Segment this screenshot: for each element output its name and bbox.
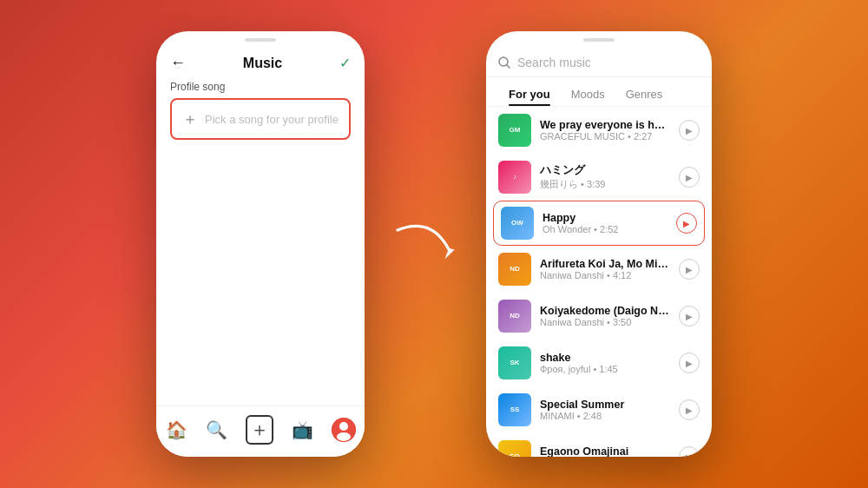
play-button[interactable]: ▶: [679, 167, 700, 188]
song-album-art: GM: [498, 114, 531, 147]
song-title: shake: [540, 352, 670, 364]
song-meta: MINAMI • 2:48: [540, 411, 670, 421]
song-meta: GRACEFUL MUSIC • 2:27: [540, 131, 670, 142]
song-meta: Naniwa Danshi • 4:12: [540, 270, 670, 280]
check-button[interactable]: ✓: [339, 55, 351, 71]
tab-genres[interactable]: Genres: [615, 82, 674, 106]
song-album-art: ND: [498, 300, 531, 333]
phone-right: Search music For you Moods Genres GMWe p…: [486, 31, 712, 457]
song-item[interactable]: SSSpecial SummerMINAMI • 2:48▶: [486, 386, 712, 433]
back-button[interactable]: ←: [170, 54, 186, 72]
phone-left: ← Music ✓ Profile song ＋ Pick a song for…: [156, 31, 365, 457]
svg-point-2: [337, 432, 351, 441]
song-info: Special SummerMINAMI • 2:48: [540, 399, 670, 421]
plus-icon: ＋: [182, 109, 198, 129]
song-item[interactable]: GMWe pray everyone is happy.GRACEFUL MUS…: [486, 107, 712, 154]
song-album-art: ♪: [498, 161, 531, 194]
song-info: We pray everyone is happy.GRACEFUL MUSIC…: [540, 119, 670, 142]
song-info: HappyOh Wonder • 2:52: [542, 212, 667, 234]
song-item[interactable]: NDArifureta Koi Ja, Mo MitasarenaiNaniwa…: [486, 246, 712, 293]
song-title: We pray everyone is happy.: [540, 119, 670, 131]
play-button[interactable]: ▶: [679, 120, 700, 141]
song-item[interactable]: ♪ハミング幾田りら • 3:39▶: [486, 154, 712, 201]
song-info: shakeФроя, joyful • 1:45: [540, 352, 670, 374]
top-pill-left: [245, 38, 276, 42]
song-title: ハミング: [540, 163, 670, 178]
song-meta: Naniwa Danshi • 3:50: [540, 317, 670, 327]
tab-for-you[interactable]: For you: [498, 82, 561, 106]
svg-line-5: [507, 65, 510, 68]
song-info: Koiyakedome (Daigo Nishihata/Ry...Naniwa…: [540, 305, 670, 327]
nav-search-icon[interactable]: 🔍: [206, 419, 227, 440]
play-button[interactable]: ▶: [679, 306, 700, 326]
left-body: [156, 140, 365, 409]
play-button[interactable]: ▶: [679, 446, 700, 457]
song-title: Happy: [542, 212, 667, 224]
phones-container: ← Music ✓ Profile song ＋ Pick a song for…: [156, 31, 712, 457]
song-item[interactable]: EOEgaono OmajinaiSHISHAMO • 3:52▶: [486, 433, 712, 457]
nav-reels-icon[interactable]: 📺: [292, 419, 313, 440]
tab-moods[interactable]: Moods: [561, 82, 615, 106]
play-button[interactable]: ▶: [676, 213, 697, 234]
song-info: Egaono OmajinaiSHISHAMO • 3:52: [540, 445, 670, 457]
page-title: Music: [243, 56, 282, 71]
song-title: Koiyakedome (Daigo Nishihata/Ry...: [540, 305, 670, 317]
song-title: Special Summer: [540, 399, 670, 411]
play-button[interactable]: ▶: [679, 353, 700, 373]
play-button[interactable]: ▶: [679, 259, 700, 280]
song-meta: Oh Wonder • 2:52: [542, 224, 667, 234]
search-bar[interactable]: Search music: [486, 45, 712, 77]
nav-add-icon[interactable]: ＋: [246, 415, 273, 445]
nav-home-icon[interactable]: 🏠: [166, 419, 187, 440]
song-title: Egaono Omajinai: [540, 445, 670, 457]
song-meta: 幾田りら • 3:39: [540, 178, 670, 191]
flow-arrow: [391, 201, 460, 287]
song-album-art: OW: [501, 207, 534, 240]
song-item[interactable]: OWHappyOh Wonder • 2:52▶: [493, 201, 705, 246]
tabs-row: For you Moods Genres: [486, 77, 712, 107]
search-icon: [498, 56, 510, 69]
profile-song-label: Profile song: [156, 77, 365, 98]
song-album-art: ND: [498, 253, 531, 286]
bottom-nav: 🏠 🔍 ＋ 📺: [156, 406, 365, 457]
song-item[interactable]: SKshakeФроя, joyful • 1:45▶: [486, 340, 712, 386]
song-album-art: SK: [498, 346, 531, 379]
pick-song-placeholder: Pick a song for your profile: [205, 113, 339, 126]
play-button[interactable]: ▶: [679, 399, 700, 420]
song-meta: Фроя, joyful • 1:45: [540, 364, 670, 374]
top-pill-right: [583, 38, 615, 42]
song-item[interactable]: NDKoiyakedome (Daigo Nishihata/Ry...Nani…: [486, 293, 712, 340]
left-header: ← Music ✓: [156, 45, 365, 77]
search-input[interactable]: Search music: [517, 56, 591, 69]
svg-marker-3: [444, 248, 454, 260]
pick-song-button[interactable]: ＋ Pick a song for your profile: [170, 98, 351, 140]
right-phone-inner: Search music For you Moods Genres GMWe p…: [486, 45, 712, 457]
song-album-art: EO: [498, 440, 531, 457]
arrow-container: [391, 201, 460, 287]
song-album-art: SS: [498, 393, 531, 426]
svg-point-1: [339, 422, 348, 431]
song-title: Arifureta Koi Ja, Mo Mitasarenai: [540, 258, 670, 270]
song-list: GMWe pray everyone is happy.GRACEFUL MUS…: [486, 107, 712, 457]
song-info: Arifureta Koi Ja, Mo MitasarenaiNaniwa D…: [540, 258, 670, 280]
song-info: ハミング幾田りら • 3:39: [540, 163, 670, 191]
nav-profile-icon[interactable]: [332, 418, 356, 442]
